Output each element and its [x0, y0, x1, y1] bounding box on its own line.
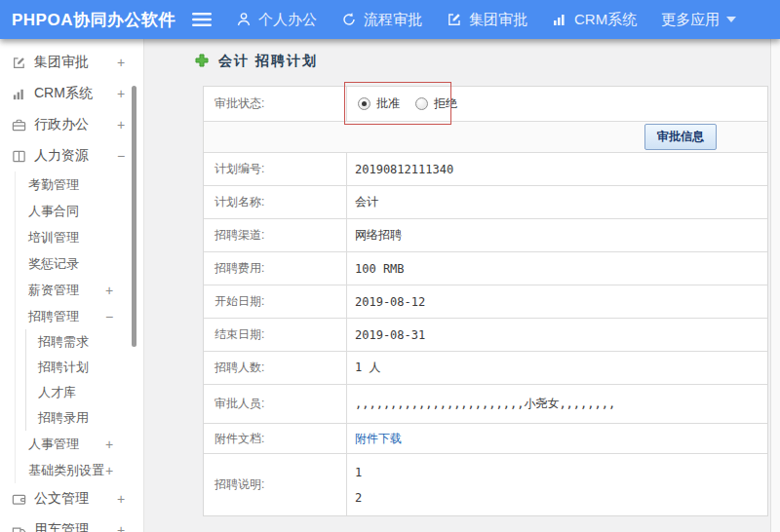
- sidebar-item-contracts[interactable]: 人事合同: [16, 198, 143, 224]
- menu-toggle-button[interactable]: [192, 12, 212, 27]
- sidebar-item-label: 培训管理: [28, 229, 79, 247]
- sidebar-item-salary[interactable]: 薪资管理 +: [16, 277, 143, 303]
- edit-square-icon: [12, 56, 26, 70]
- briefcase-icon: [12, 118, 26, 133]
- sidebar-item-base-category[interactable]: 基础类别设置 +: [16, 457, 143, 483]
- sidebar-item-vehicles[interactable]: 用车管理 +: [0, 514, 143, 532]
- expand-icon[interactable]: +: [117, 56, 125, 69]
- field-value: 20190812111340: [347, 153, 767, 185]
- attachment-download-link[interactable]: 附件下载: [355, 431, 402, 447]
- field-value: 网络招聘: [347, 219, 767, 251]
- expand-icon[interactable]: +: [117, 87, 125, 100]
- bar-chart-icon: [12, 87, 26, 101]
- sidebar-item-recruit-hire[interactable]: 招聘录用: [26, 405, 143, 431]
- sidebar-item-label: CRM系统: [34, 85, 93, 102]
- sidebar-item-label: 招聘需求: [38, 333, 89, 351]
- field-label: 计划名称:: [204, 186, 347, 218]
- sidebar-item-recruit-plan[interactable]: 招聘计划: [26, 355, 143, 380]
- field-row-channel: 招聘渠道: 网络招聘: [204, 218, 767, 251]
- sidebar-item-hr[interactable]: 人力资源 −: [0, 140, 143, 171]
- bar-chart-icon: [552, 12, 567, 27]
- expand-icon[interactable]: +: [105, 437, 113, 451]
- field-label: 审批状态:: [204, 87, 347, 121]
- field-value: 2019-08-31: [347, 319, 767, 351]
- sidebar-item-admin-office[interactable]: 行政办公 +: [0, 109, 143, 140]
- field-label: 招聘人数:: [204, 352, 347, 384]
- field-value: 会计: [347, 186, 767, 218]
- sidebar-scrollbar-thumb[interactable]: [132, 86, 136, 347]
- field-label: 招聘渠道:: [204, 219, 347, 251]
- menu-personal-office[interactable]: 个人办公: [236, 11, 317, 29]
- field-label: 招聘费用:: [204, 252, 347, 285]
- collapse-icon[interactable]: −: [117, 149, 125, 163]
- sidebar-item-label: 招聘管理: [28, 308, 79, 325]
- expand-icon[interactable]: +: [117, 523, 125, 532]
- edit-square-icon: [447, 12, 462, 27]
- sidebar-item-label: 集团审批: [34, 54, 89, 71]
- sidebar-item-attendance[interactable]: 考勤管理: [16, 171, 143, 198]
- sidebar-item-recruit-demand[interactable]: 招聘需求: [26, 329, 143, 355]
- detail-table: 审批状态: 批准 拒绝 审批信息 计划编号: 20190812111340 计划…: [203, 86, 768, 516]
- page-title: 会计 招聘计划: [218, 53, 318, 70]
- radio-unchecked-icon[interactable]: [415, 97, 428, 110]
- topbar: PHPOA协同办公软件 个人办公 流程审批 集团审批: [0, 0, 780, 39]
- sidebar-item-label: 人才库: [38, 384, 76, 401]
- expand-icon[interactable]: +: [117, 492, 125, 506]
- radio-label: 拒绝: [434, 95, 457, 112]
- radio-reject[interactable]: 拒绝: [415, 95, 457, 112]
- field-row-headcount: 招聘人数: 1 人: [204, 351, 767, 384]
- menu-label: 更多应用: [661, 11, 720, 29]
- description-line: 1: [355, 460, 362, 485]
- field-row-plan-number: 计划编号: 20190812111340: [204, 152, 767, 185]
- menu-more-apps[interactable]: 更多应用: [661, 11, 736, 29]
- sidebar-item-label: 薪资管理: [28, 282, 79, 299]
- book-icon: [12, 149, 26, 164]
- topbar-menu: 个人办公 流程审批 集团审批 CRM系统 更多应用: [192, 0, 736, 39]
- app-title: PHPOA协同办公软件: [12, 9, 176, 31]
- field-value: 1 人: [347, 352, 767, 384]
- sidebar-item-label: 用车管理: [34, 521, 89, 532]
- radio-label: 批准: [376, 95, 400, 112]
- field-row-end-date: 结束日期: 2019-08-31: [204, 318, 767, 351]
- page-header: 会计 招聘计划: [195, 53, 318, 70]
- sidebar-item-label: 基础类别设置: [28, 462, 104, 479]
- sidebar-item-recruitment[interactable]: 招聘管理 −: [16, 303, 143, 329]
- menu-group-approval[interactable]: 集团审批: [447, 11, 527, 29]
- field-row-plan-name: 计划名称: 会计: [204, 185, 767, 218]
- field-value: ,,,,,,,,,,,,,,,,,,,,,,,,小尧女,,,,,,,,: [347, 385, 767, 423]
- field-label: 招聘说明:: [204, 454, 347, 515]
- sidebar-item-documents[interactable]: 公文管理 +: [0, 483, 143, 514]
- field-row-attachment: 附件文档: 附件下载: [204, 423, 767, 453]
- field-label: 审批人员:: [204, 385, 347, 423]
- field-row-cost: 招聘费用: 100 RMB: [204, 251, 767, 285]
- sidebar-item-training[interactable]: 培训管理: [16, 224, 143, 250]
- main-content: 会计 招聘计划 审批状态: 批准 拒绝 审批信息 计划编号: 201908121…: [145, 39, 770, 532]
- caret-down-icon: [726, 17, 736, 22]
- radio-checked-icon[interactable]: [358, 97, 370, 110]
- field-value: 100 RMB: [347, 252, 767, 285]
- sidebar-item-group-approval[interactable]: 集团审批 +: [0, 47, 143, 78]
- field-label: 结束日期:: [204, 319, 347, 351]
- person-icon: [236, 12, 252, 27]
- field-value: 2019-08-12: [347, 285, 767, 318]
- sidebar-item-rewards[interactable]: 奖惩记录: [16, 250, 143, 277]
- expand-icon[interactable]: +: [105, 464, 113, 477]
- radio-approve[interactable]: 批准: [358, 95, 400, 112]
- sidebar-item-label: 行政办公: [34, 116, 89, 133]
- sidebar-item-talent-pool[interactable]: 人才库: [26, 380, 143, 405]
- sidebar-item-personnel[interactable]: 人事管理 +: [16, 431, 143, 457]
- collapse-icon[interactable]: −: [105, 310, 113, 323]
- menu-crm[interactable]: CRM系统: [552, 11, 637, 29]
- main-scrollbar-track[interactable]: [770, 39, 780, 532]
- menu-workflow-approval[interactable]: 流程审批: [341, 11, 422, 29]
- approval-button-row: 审批信息: [204, 121, 767, 152]
- sidebar-nav: 集团审批 + CRM系统 + 行政办公 + 人力资源 − 考: [0, 39, 143, 532]
- expand-icon[interactable]: +: [117, 118, 125, 132]
- approval-info-button[interactable]: 审批信息: [644, 124, 717, 150]
- approval-status-row: 审批状态: 批准 拒绝: [204, 87, 767, 121]
- expand-icon[interactable]: +: [105, 284, 113, 297]
- sidebar-item-crm[interactable]: CRM系统 +: [0, 78, 143, 109]
- field-label: 计划编号:: [204, 153, 347, 185]
- field-row-approvers: 审批人员: ,,,,,,,,,,,,,,,,,,,,,,,,小尧女,,,,,,,…: [204, 384, 767, 423]
- hamburger-icon: [192, 12, 212, 27]
